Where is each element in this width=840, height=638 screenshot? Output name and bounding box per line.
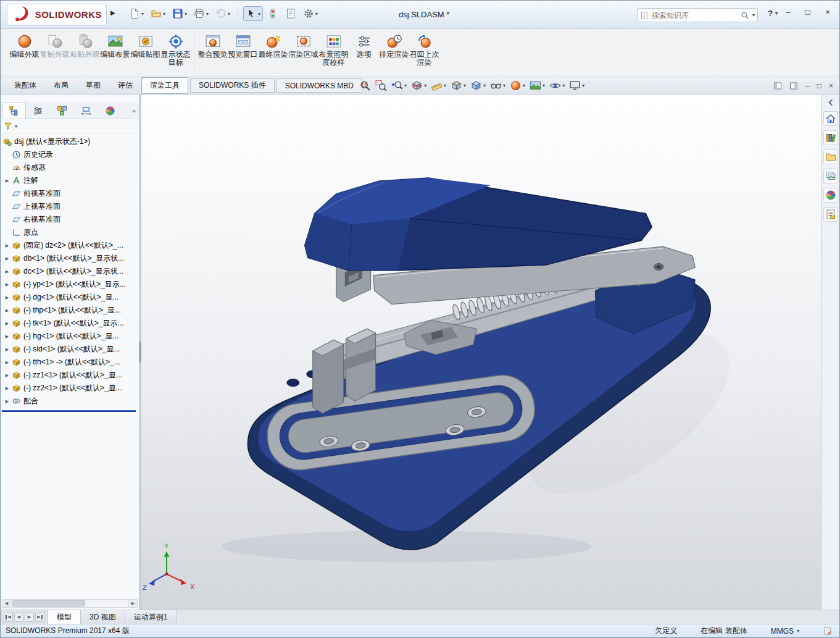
doc-restore-button[interactable]: □ [817, 82, 821, 90]
measure-button[interactable]: ▾ [430, 79, 447, 92]
ribbon-preview-window-button[interactable]: 预览窗口 [228, 32, 258, 60]
print-document-button[interactable]: ▾ [191, 6, 211, 21]
tree-item-db[interactable]: ▶db<1> (默认<<默认>_显示状... [1, 252, 139, 265]
options-gear-button[interactable]: ▾ [301, 6, 320, 21]
ribbon-integrated-preview-button[interactable]: 整合预览 [198, 32, 228, 60]
tab-evaluate[interactable]: 评估 [109, 77, 141, 94]
tree-item-hg[interactable]: ▶(-) hg<1> (默认<<默认>_显... [1, 330, 139, 343]
ribbon-edit-decal-button[interactable]: 编辑贴图 [130, 32, 160, 60]
taskpane-file-explorer-button[interactable] [823, 149, 838, 164]
edit-appearance-button[interactable]: ▾ [509, 79, 526, 92]
ribbon-paste-appearance-button[interactable]: 粘贴外观 [70, 32, 100, 60]
panel-tab-featuremanager-tree[interactable] [2, 103, 26, 119]
ribbon-edit-scene-button[interactable]: 编辑布景 [100, 32, 130, 60]
open-document-button[interactable]: ▾ [148, 6, 168, 21]
expand-arrow-icon[interactable]: ▶ [2, 295, 12, 300]
scroll-left-icon[interactable]: ◀ [2, 600, 11, 607]
tab-layout[interactable]: 布局 [45, 77, 77, 94]
expand-arrow-icon[interactable]: ▶ [2, 399, 12, 404]
expand-arrow-icon[interactable]: ▶ [2, 256, 12, 261]
display-style-button[interactable]: ▾ [470, 79, 486, 92]
ribbon-recall-last-render-button[interactable]: 召回上次渲染 [409, 32, 439, 68]
status-item-0[interactable]: 欠定义 [655, 626, 677, 636]
doc-close-button[interactable]: × [829, 82, 833, 90]
taskpane-custom-properties-button[interactable] [823, 207, 838, 222]
ribbon-display-state-target-button[interactable]: 显示状态目标 [160, 32, 191, 68]
tree-item-origin[interactable]: 原点 [1, 226, 139, 239]
minimize-button[interactable]: – [780, 6, 796, 18]
status-item-2[interactable]: MMGS▾ [771, 627, 799, 636]
tree-horizontal-scrollbar[interactable]: ◀ ▶ [2, 599, 138, 608]
search-input[interactable] [651, 10, 739, 20]
expand-arrow-icon[interactable]: ▶ [2, 321, 12, 326]
camera-monitor-button[interactable]: ▾ [568, 79, 585, 92]
tab-sketch[interactable]: 草图 [77, 77, 109, 94]
next-tab-icon[interactable]: ▶ [25, 613, 34, 622]
tree-item-tth[interactable]: ▶(-) tth<1> -> (默认<<默认>_... [1, 356, 139, 369]
tree-item-dc[interactable]: ▶dc<1> (默认<<默认>_显示状... [1, 265, 139, 278]
ribbon-scene-illumination-proof-button[interactable]: 布景照明度校样 [318, 32, 349, 68]
rollback-bar[interactable] [2, 410, 136, 412]
view-settings-button[interactable]: ▾ [549, 79, 565, 92]
save-document-button[interactable]: ▾ [170, 6, 189, 21]
panel-tab-propertymanager[interactable] [26, 103, 50, 119]
zoom-previous-button[interactable]: ▾ [391, 79, 407, 92]
tree-item-zz1[interactable]: ▶(-) zz1<1> (默认<<默认>_显... [1, 369, 139, 382]
pane-right-button[interactable] [789, 82, 798, 90]
zoom-area-button[interactable] [375, 79, 388, 92]
first-tab-icon[interactable]: ◀ [4, 613, 13, 622]
expand-arrow-icon[interactable]: ▶ [2, 360, 12, 365]
panel-tab-displaymanager[interactable] [98, 103, 122, 119]
ribbon-copy-appearance-button[interactable]: 复制外观 [40, 32, 70, 60]
ribbon-edit-appearance-button[interactable]: 编辑外观 [9, 32, 40, 60]
tree-item-annotations[interactable]: ▶注解 [1, 174, 139, 187]
tree-item-dg[interactable]: ▶(-) dg<1> (默认<<默认>_显... [1, 291, 139, 304]
filter-funnel-icon[interactable] [4, 122, 12, 130]
scroll-thumb[interactable] [12, 600, 85, 607]
maximize-button[interactable]: □ [800, 6, 816, 18]
zoom-fit-button[interactable] [359, 79, 372, 92]
search-caret-icon[interactable]: ▾ [752, 12, 755, 18]
graphics-area[interactable]: Y X Z [141, 94, 821, 610]
tab-assembly[interactable]: 装配体 [6, 77, 45, 94]
help-button[interactable]: ? ▾ [768, 9, 778, 18]
tree-filter-input[interactable] [19, 121, 136, 131]
doc-minimize-button[interactable]: – [805, 82, 810, 90]
rebuild-traffic-button[interactable] [265, 6, 281, 21]
file-properties-button[interactable] [283, 6, 299, 21]
taskpane-appearances-scenes-button[interactable] [823, 188, 838, 203]
section-view-button[interactable]: ▾ [410, 79, 427, 92]
apply-scene-button[interactable]: ▾ [529, 79, 546, 92]
panel-tab-dimxpertmanager[interactable] [74, 103, 98, 119]
taskpane-solidworks-resources-button[interactable] [823, 111, 838, 126]
tree-item-tk[interactable]: ▶(-) tk<1> (默认<<默认>_显示... [1, 317, 139, 330]
taskpane-view-palette-button[interactable] [823, 169, 838, 183]
taskpane-collapse-icon[interactable] [826, 98, 835, 107]
doc-tab-motion-study-1[interactable]: 运动算例1 [125, 610, 177, 624]
expand-arrow-icon[interactable]: ▶ [2, 347, 12, 352]
quick-tips-icon[interactable] [823, 626, 832, 636]
tree-item-sensors[interactable]: 传感器 [1, 161, 139, 174]
doc-tab-3d-views[interactable]: 3D 视图 [81, 610, 125, 624]
previous-tab-icon[interactable]: ◀ [14, 613, 23, 622]
last-tab-icon[interactable]: ▶ [35, 613, 44, 622]
filter-caret-icon[interactable]: ▾ [15, 124, 17, 129]
expand-arrow-icon[interactable]: ▶ [2, 243, 12, 248]
taskpane-design-library-button[interactable] [823, 130, 838, 145]
tree-item-front-plane[interactable]: 前视基准面 [1, 187, 139, 200]
expand-arrow-icon[interactable]: ▶ [2, 308, 12, 313]
close-button[interactable]: × [820, 6, 836, 18]
tree-item-yp[interactable]: ▶(-) yp<1> (默认<<默认>_显示... [1, 278, 139, 291]
tab-solidworks-addins[interactable]: SOLIDWORKS 插件 [190, 78, 275, 93]
tree-item-sld[interactable]: ▶(-) sld<1> (默认<<默认>_显... [1, 343, 139, 356]
undo-button[interactable]: ▾ [213, 6, 233, 21]
ribbon-render-region-button[interactable]: 渲染区域 [288, 32, 318, 60]
pane-left-button[interactable] [773, 82, 782, 90]
hide-show-items-button[interactable]: ▾ [489, 79, 506, 92]
tab-render-tools[interactable]: 渲染工具 [141, 77, 188, 94]
ribbon-render-options-button[interactable]: 选项 [349, 32, 379, 60]
tree-item-right-plane[interactable]: 右视基准面 [1, 213, 139, 226]
doc-tab-model[interactable]: 模型 [48, 610, 81, 624]
search-icon[interactable] [741, 11, 749, 20]
tree-item-mates[interactable]: ▶配合 [1, 395, 139, 408]
